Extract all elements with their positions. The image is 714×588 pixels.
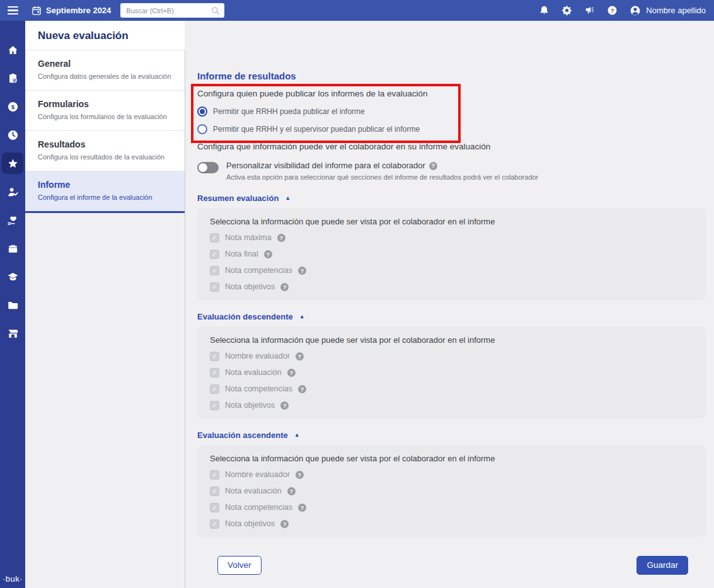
nav-item-informe-selected[interactable]: Informe Configura el informe de la evalu…	[25, 171, 185, 213]
help-icon[interactable]	[298, 385, 306, 393]
section-header-descendente[interactable]: Evaluación descendente	[197, 312, 305, 321]
nav-item-label: General	[38, 59, 172, 69]
checkbox-row: Nota objetivos	[210, 519, 693, 529]
storefront-icon	[7, 328, 19, 340]
checkbox-checked-icon[interactable]	[210, 282, 219, 292]
sidebar-item-marketplace[interactable]	[2, 323, 23, 344]
nav-item-label: Informe	[38, 180, 172, 190]
help-icon[interactable]	[429, 162, 437, 170]
checkbox-row: Nota evaluación	[210, 368, 693, 378]
checkbox-checked-icon[interactable]	[210, 401, 219, 410]
checkbox-label: Nombre evaluador	[225, 352, 290, 361]
radio-label: Permitir que RRHH pueda publicar el info…	[213, 107, 365, 117]
sidebar-item-talent-selected[interactable]	[2, 153, 23, 174]
checkbox-checked-icon[interactable]	[210, 470, 219, 480]
hamburger-menu-icon[interactable]	[8, 6, 18, 14]
sidebar-item-payroll[interactable]: $	[2, 96, 23, 117]
sidebar-item-documents[interactable]	[2, 294, 23, 316]
graduation-cap-icon	[7, 271, 19, 283]
help-icon[interactable]	[280, 520, 289, 528]
checkbox-checked-icon[interactable]	[210, 487, 219, 496]
user-menu[interactable]: Nombre apellido	[630, 5, 706, 16]
nav-item-resultados[interactable]: Resultados Configura los resultados de l…	[25, 130, 185, 171]
checkbox-row: Nota evaluación	[210, 487, 693, 496]
collapse-arrow-icon[interactable]	[285, 195, 291, 201]
sidebar-item-training[interactable]	[2, 266, 23, 287]
checkbox-label: Nota máxima	[225, 233, 272, 243]
main-area: Nueva evaluación General Configura datos…	[25, 21, 714, 588]
checkbox-checked-icon[interactable]	[210, 384, 219, 394]
help-icon[interactable]	[280, 283, 289, 291]
sidebar-item-time[interactable]	[2, 124, 23, 146]
clipboard-clock-icon	[7, 72, 19, 84]
help-icon[interactable]	[277, 234, 285, 242]
nav-item-formularios[interactable]: Formularios Configura los formularios de…	[25, 90, 185, 130]
checkbox-label: Nota objetivos	[225, 282, 275, 292]
period-selector[interactable]: Septiembre 2024	[32, 6, 111, 16]
help-icon[interactable]	[296, 352, 304, 360]
nav-item-description: Configura los resultados de la evaluació…	[38, 153, 172, 161]
checkbox-row: Nota final	[210, 250, 693, 259]
checkbox-checked-icon[interactable]	[210, 352, 219, 361]
sidebar-item-attendance[interactable]	[2, 67, 23, 89]
collapse-arrow-icon[interactable]	[299, 314, 305, 320]
visibility-toggle-row: Personalizar visibilidad del informe par…	[197, 161, 706, 182]
help-icon[interactable]	[296, 471, 304, 479]
bell-icon[interactable]	[539, 5, 550, 16]
save-button[interactable]: Guardar	[636, 556, 688, 575]
section-panel-descendente: Selecciona la información que puede ser …	[197, 326, 706, 418]
sidebar-item-home[interactable]	[2, 39, 23, 61]
sidebar-item-selection[interactable]	[2, 181, 23, 202]
checkbox-label: Nombre evaluador	[225, 470, 290, 480]
user-name: Nombre apellido	[646, 6, 706, 15]
help-circle-icon[interactable]: ?	[607, 5, 618, 16]
buk-logo: ·buk·	[3, 574, 23, 584]
search-input[interactable]	[125, 6, 208, 15]
checkbox-row: Nombre evaluador	[210, 470, 693, 480]
checkbox-checked-icon[interactable]	[210, 233, 219, 243]
radio-checked-icon[interactable]	[197, 107, 207, 117]
checkbox-row: Nota máxima	[210, 233, 693, 243]
checkbox-checked-icon[interactable]	[210, 519, 219, 529]
radio-unchecked-icon[interactable]	[197, 124, 207, 134]
content-heading: Informe de resultados	[197, 71, 706, 81]
content-column: Informe de resultados Configura quien pu…	[197, 21, 706, 575]
checkbox-label: Nota competencias	[225, 266, 292, 275]
section-header-resumen[interactable]: Resumen evaluación	[197, 193, 291, 203]
radio-option-rrhh-supervisor[interactable]: Permitir que RRHH y el supervisor puedan…	[197, 124, 420, 134]
section-title: Evaluación descendente	[197, 312, 293, 321]
panel-intro: Selecciona la información que puede ser …	[210, 335, 693, 345]
checkbox-row: Nota objetivos	[210, 401, 693, 410]
hand-heart-icon	[7, 214, 19, 226]
gear-icon[interactable]	[561, 5, 572, 16]
radio-label: Permitir que RRHH y el supervisor puedan…	[213, 124, 420, 134]
visibility-toggle-off[interactable]	[197, 162, 219, 173]
checkbox-row: Nota competencias	[210, 384, 693, 394]
search-box	[120, 3, 224, 18]
checkbox-label: Nota evaluación	[225, 368, 282, 378]
checkbox-checked-icon[interactable]	[210, 250, 219, 259]
nav-item-general[interactable]: General Configura datos generales de la …	[25, 50, 185, 90]
period-label: Septiembre 2024	[46, 6, 111, 15]
help-icon[interactable]	[298, 504, 306, 512]
section-header-ascendente[interactable]: Evaluación ascendente	[197, 430, 300, 440]
help-icon[interactable]	[280, 401, 289, 410]
checkbox-checked-icon[interactable]	[210, 503, 219, 512]
back-button[interactable]: Volver	[217, 556, 262, 575]
checkbox-checked-icon[interactable]	[210, 368, 219, 378]
sidebar-item-wellness[interactable]	[2, 238, 23, 259]
nav-item-description: Configura el informe de la evaluación	[38, 193, 172, 202]
megaphone-icon[interactable]	[584, 5, 595, 16]
clock-icon	[7, 129, 19, 141]
help-icon[interactable]	[287, 487, 296, 495]
user-avatar-icon	[630, 5, 641, 16]
checkbox-checked-icon[interactable]	[210, 266, 219, 275]
collapse-arrow-icon[interactable]	[294, 432, 300, 438]
help-icon[interactable]	[298, 267, 306, 275]
help-icon[interactable]	[287, 369, 296, 377]
nav-item-description: Configura datos generales de la evaluaci…	[38, 72, 172, 81]
radio-option-rrhh[interactable]: Permitir que RRHH pueda publicar el info…	[197, 107, 365, 117]
star-icon	[7, 158, 19, 170]
help-icon[interactable]	[264, 250, 272, 258]
sidebar-item-benefits[interactable]	[2, 209, 23, 231]
